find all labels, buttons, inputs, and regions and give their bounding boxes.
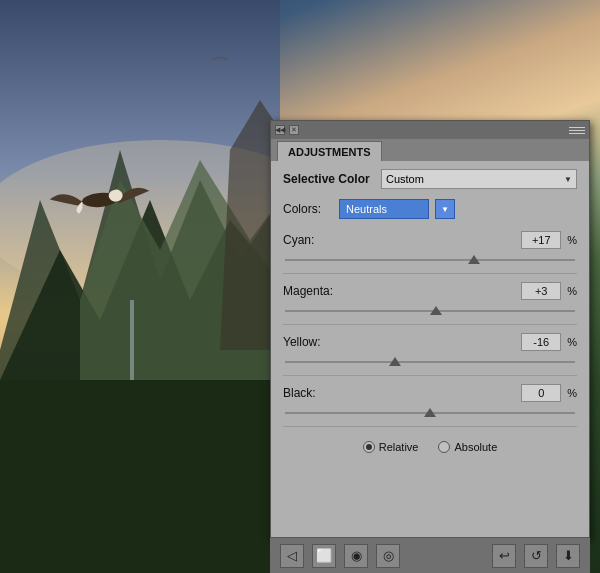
scene-svg [0, 0, 280, 573]
download-button[interactable]: ⬇ [556, 544, 580, 568]
magenta-slider-section: Magenta: +3 % [283, 282, 577, 325]
back-button[interactable]: ◁ [280, 544, 304, 568]
refresh-button[interactable]: ↺ [524, 544, 548, 568]
cyan-percent: % [567, 234, 577, 246]
relative-radio-button[interactable] [363, 441, 375, 453]
menu-line-2 [569, 130, 585, 131]
magenta-divider [283, 324, 577, 325]
colors-label: Colors: [283, 202, 333, 216]
titlebar-buttons: ◀◀ ✕ [275, 125, 299, 135]
cyan-label: Cyan: [283, 233, 353, 247]
black-slider-thumb[interactable] [424, 408, 436, 417]
black-label: Black: [283, 386, 353, 400]
absolute-radio-button[interactable] [438, 441, 450, 453]
black-slider-track-container[interactable] [285, 404, 575, 422]
tab-adjustments[interactable]: ADJUSTMENTS [277, 141, 382, 161]
toolbar-left: ◁ ⬜ ◉ ◎ [280, 544, 400, 568]
absolute-radio-option[interactable]: Absolute [438, 441, 497, 453]
method-radio-row: Relative Absolute [283, 441, 577, 453]
black-percent: % [567, 387, 577, 399]
yellow-percent: % [567, 336, 577, 348]
new-layer-button[interactable]: ⬜ [312, 544, 336, 568]
undo-button[interactable]: ↩ [492, 544, 516, 568]
cyan-slider-header: Cyan: +17 % [283, 231, 577, 249]
cyan-value[interactable]: +17 [521, 231, 561, 249]
black-slider-track [285, 412, 575, 414]
colors-row: Colors: Neutrals ▼ [283, 199, 577, 219]
toolbar-right: ↩ ↺ ⬇ [492, 544, 580, 568]
cyan-slider-track [285, 259, 575, 261]
preset-value: Custom [386, 173, 424, 185]
panel-menu-icon[interactable] [569, 124, 585, 136]
cyan-slider-section: Cyan: +17 % [283, 231, 577, 274]
dropdown-arrow-icon: ▼ [564, 175, 572, 184]
selective-color-label: Selective Color [283, 172, 373, 186]
menu-line-3 [569, 133, 585, 134]
close-button[interactable]: ✕ [289, 125, 299, 135]
black-value[interactable]: 0 [521, 384, 561, 402]
magenta-slider-thumb[interactable] [430, 306, 442, 315]
cyan-divider [283, 273, 577, 274]
yellow-slider-track-container[interactable] [285, 353, 575, 371]
relative-radio-option[interactable]: Relative [363, 441, 419, 453]
yellow-slider-section: Yellow: -16 % [283, 333, 577, 376]
colors-select[interactable]: Neutrals [339, 199, 429, 219]
magenta-slider-track-container[interactable] [285, 302, 575, 320]
yellow-label: Yellow: [283, 335, 353, 349]
preset-dropdown[interactable]: Custom ▼ [381, 169, 577, 189]
magenta-slider-track [285, 310, 575, 312]
yellow-value[interactable]: -16 [521, 333, 561, 351]
black-slider-section: Black: 0 % [283, 384, 577, 427]
absolute-radio-label: Absolute [454, 441, 497, 453]
eye-button[interactable]: ◎ [376, 544, 400, 568]
panel-content: Selective Color Custom ▼ Colors: Neutral… [271, 161, 589, 461]
svg-rect-8 [130, 300, 134, 380]
selective-color-row: Selective Color Custom ▼ [283, 169, 577, 189]
yellow-slider-track [285, 361, 575, 363]
panel-titlebar: ◀◀ ✕ [271, 121, 589, 139]
svg-rect-5 [0, 380, 280, 573]
colors-dropdown-button[interactable]: ▼ [435, 199, 455, 219]
yellow-slider-thumb[interactable] [389, 357, 401, 366]
magenta-slider-header: Magenta: +3 % [283, 282, 577, 300]
cyan-slider-thumb[interactable] [468, 255, 480, 264]
adjustments-panel: ◀◀ ✕ ADJUSTMENTS Selective Color Custom … [270, 120, 590, 540]
magenta-percent: % [567, 285, 577, 297]
collapse-button[interactable]: ◀◀ [275, 125, 285, 135]
black-slider-header: Black: 0 % [283, 384, 577, 402]
cyan-slider-track-container[interactable] [285, 251, 575, 269]
menu-line-1 [569, 127, 585, 128]
yellow-slider-header: Yellow: -16 % [283, 333, 577, 351]
panel-tabs: ADJUSTMENTS [271, 139, 589, 161]
bottom-toolbar: ◁ ⬜ ◉ ◎ ↩ ↺ ⬇ [270, 537, 590, 573]
magenta-label: Magenta: [283, 284, 353, 298]
relative-radio-label: Relative [379, 441, 419, 453]
globe-button[interactable]: ◉ [344, 544, 368, 568]
yellow-divider [283, 375, 577, 376]
black-divider [283, 426, 577, 427]
colors-selected-value: Neutrals [346, 203, 387, 215]
magenta-value[interactable]: +3 [521, 282, 561, 300]
